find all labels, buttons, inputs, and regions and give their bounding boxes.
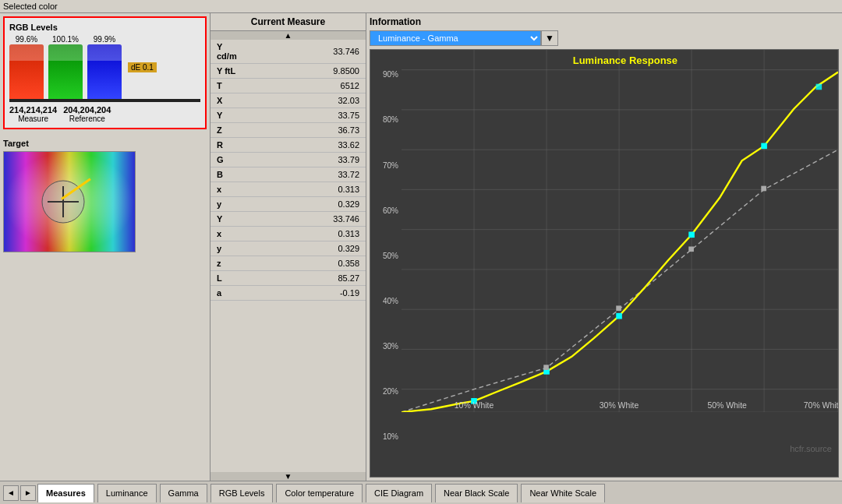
reference-label: Reference <box>63 115 111 123</box>
measure-row-0: Y cd/m33.746 <box>210 40 366 64</box>
bar-body-blue <box>87 44 122 99</box>
measure-value: 33.62 <box>243 138 366 153</box>
svg-rect-18 <box>616 313 622 319</box>
measure-key: R <box>210 138 243 153</box>
measure-row-15: L85.27 <box>210 271 366 286</box>
target-section: Target <box>3 139 207 252</box>
svg-rect-24 <box>688 246 694 252</box>
measure-value: 6512 <box>243 79 366 93</box>
tab-scroll-right-btn[interactable]: ► <box>20 485 36 501</box>
bottom-tabs: ◄ ► MeasuresLuminanceGammaRGB LevelsColo… <box>0 481 842 504</box>
y-label-50: 50% <box>383 252 398 260</box>
de-label: dE 0.1 <box>128 62 157 72</box>
dropdown-arrow-icon[interactable]: ▼ <box>541 30 558 46</box>
tab-luminance[interactable]: Luminance <box>97 484 157 502</box>
bar-highlight-green <box>48 44 83 61</box>
measure-key: y <box>210 241 243 256</box>
top-bar: Selected color <box>0 0 842 13</box>
measure-label: Measure <box>9 115 57 123</box>
svg-text:70% White: 70% White <box>804 401 838 410</box>
tab-near-white-scale[interactable]: Near White Scale <box>521 484 605 502</box>
tab-rgb-levels[interactable]: RGB Levels <box>210 484 274 502</box>
measure-row-4: Y33.75 <box>210 108 366 123</box>
bar-bottom <box>9 99 200 102</box>
measure-row-1: Y ftL9.8500 <box>210 64 366 79</box>
bar-group-blue: 99.9% <box>87 35 122 99</box>
svg-rect-19 <box>688 231 695 238</box>
y-label-10: 10% <box>383 432 398 441</box>
tab-near-black-scale[interactable]: Near Black Scale <box>435 484 518 502</box>
scroll-down-btn[interactable]: ▼ <box>210 472 366 481</box>
measure-row-7: G33.79 <box>210 153 366 167</box>
svg-text:30% White: 30% White <box>600 401 639 410</box>
measure-scroll[interactable]: Y cd/m33.746Y ftL9.8500T6512X32.03Y33.75… <box>210 40 366 472</box>
tab-gamma[interactable]: Gamma <box>160 484 207 502</box>
measure-value: -0.19 <box>243 286 366 301</box>
y-axis: 90% 80% 70% 60% 50% 40% 30% 20% 10% <box>370 50 402 461</box>
measure-key: z <box>210 256 243 271</box>
bar-group-red: 99.6% <box>9 35 44 99</box>
measure-row-9: x0.313 <box>210 182 366 197</box>
measure-row-13: y0.329 <box>210 241 366 256</box>
measure-row-5: Z36.73 <box>210 123 366 138</box>
info-header: Information <box>370 16 839 27</box>
bar-highlight-blue <box>87 44 122 61</box>
chart-svg: 10% White 30% White 50% White 70% White <box>402 50 838 412</box>
measure-table: Y cd/m33.746Y ftL9.8500T6512X32.03Y33.75… <box>210 40 366 301</box>
rgb-levels-title: RGB Levels <box>9 23 200 32</box>
tab-scroll-left-btn[interactable]: ◄ <box>3 485 19 501</box>
reference-group: 204,204,204 Reference <box>63 105 111 123</box>
measure-group: 214,214,214 Measure <box>9 105 57 123</box>
tab-cie-diagram[interactable]: CIE Diagram <box>366 484 432 502</box>
measure-value: 0.313 <box>243 182 366 197</box>
measure-row-11: Y33.746 <box>210 212 366 227</box>
measure-key: x <box>210 227 243 241</box>
measure-row-12: x0.313 <box>210 227 366 241</box>
measure-value: 33.746 <box>243 40 366 64</box>
y-label-40: 40% <box>383 297 398 305</box>
target-label: Target <box>3 139 207 148</box>
target-box <box>3 151 136 252</box>
bar-pct-red: 99.6% <box>16 35 37 44</box>
measure-key: y <box>210 197 243 212</box>
y-label-70: 70% <box>383 161 398 170</box>
measure-value: 32.03 <box>243 93 366 108</box>
measure-value: 0.329 <box>243 197 366 212</box>
bars-row: 99.6% 100.1% 99.9% <box>9 35 200 99</box>
svg-rect-20 <box>761 143 767 150</box>
chart-dropdown[interactable]: Luminance - Gamma Luminance Gamma RGB Le… <box>370 30 541 46</box>
tabs-container: MeasuresLuminanceGammaRGB LevelsColor te… <box>37 484 607 502</box>
tab-measures[interactable]: Measures <box>37 484 94 502</box>
bar-pct-blue: 99.9% <box>94 35 115 44</box>
scroll-up-btn[interactable]: ▲ <box>210 31 366 40</box>
measure-value: 85.27 <box>243 271 366 286</box>
y-label-90: 90% <box>383 70 398 79</box>
tab-color-temperature[interactable]: Color temperature <box>276 484 363 502</box>
measure-key: Y <box>210 108 243 123</box>
y-label-30: 30% <box>383 342 398 351</box>
svg-text:10% White: 10% White <box>455 401 494 410</box>
measure-row-8: B33.72 <box>210 167 366 182</box>
bar-body-red <box>9 44 44 99</box>
measure-key: x <box>210 182 243 197</box>
measure-row-10: y0.329 <box>210 197 366 212</box>
measure-key: T <box>210 79 243 93</box>
measure-key: B <box>210 167 243 182</box>
rgb-levels-box: RGB Levels 99.6% 100.1% <box>3 16 207 129</box>
measure-row-3: X32.03 <box>210 93 366 108</box>
bar-highlight-red <box>9 44 44 61</box>
measure-key: X <box>210 93 243 108</box>
bar-body-green <box>48 44 83 99</box>
svg-rect-22 <box>543 365 549 370</box>
measure-num: 214,214,214 <box>9 105 57 115</box>
measure-value: 33.75 <box>243 108 366 123</box>
measure-value: 33.746 <box>243 212 366 227</box>
chart-title: Luminance Response <box>573 55 677 66</box>
measure-key: Z <box>210 123 243 138</box>
watermark: hcfr.source <box>790 444 832 453</box>
measure-value: 0.313 <box>243 227 366 241</box>
svg-rect-23 <box>616 305 621 311</box>
y-label-20: 20% <box>383 387 398 396</box>
measure-key: a <box>210 286 243 301</box>
measure-value: 33.72 <box>243 167 366 182</box>
